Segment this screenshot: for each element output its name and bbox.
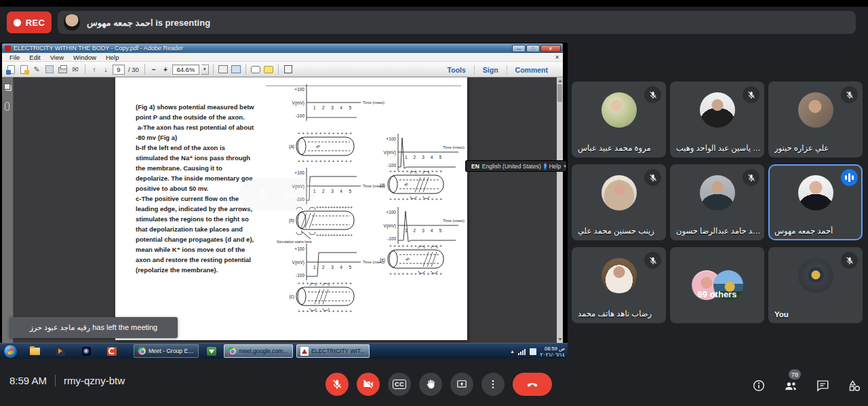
pdf-line: stimulates the regions to the right so bbox=[136, 214, 264, 224]
menu-file[interactable]: File bbox=[5, 54, 24, 61]
chat-button[interactable] bbox=[815, 378, 830, 393]
language-code[interactable]: EN bbox=[471, 163, 479, 170]
others-tile[interactable]: 69 others bbox=[670, 247, 764, 323]
svg-text:+ + + + + + + + + + + + +: + + + + + + + + + + + + + bbox=[389, 169, 442, 174]
pdf-line: -80 mv (Fig a) bbox=[136, 132, 264, 143]
navigation-rail bbox=[2, 77, 14, 343]
meet-app: REC احمد جمعه مهوس is presenting ELECTRI… bbox=[0, 0, 868, 406]
participant-tile[interactable]: علي عزاره حينور bbox=[768, 81, 863, 158]
previous-page-icon[interactable]: ↑ bbox=[90, 66, 99, 73]
mic-muted-icon bbox=[644, 169, 661, 186]
comment-bubble-icon[interactable] bbox=[250, 64, 261, 75]
print-icon[interactable] bbox=[57, 64, 68, 75]
page-number-input[interactable]: 9 bbox=[113, 64, 125, 75]
attachments-icon[interactable] bbox=[5, 102, 9, 111]
tray-clock[interactable]: 08:59 ص ٢٠٢١/٠٦/١٤ bbox=[540, 346, 565, 358]
page-thumbnails-icon[interactable] bbox=[4, 84, 10, 90]
camera-toggle-button[interactable] bbox=[357, 373, 380, 396]
powerpoint-icon[interactable] bbox=[103, 345, 121, 358]
more-options-button[interactable] bbox=[481, 373, 505, 396]
create-pdf-icon[interactable] bbox=[18, 64, 29, 75]
mic-toggle-button[interactable] bbox=[326, 373, 349, 396]
screen-share-region: ELECTRICITY WITHIN THE BODY - Copy.pdf -… bbox=[0, 43, 568, 358]
self-tile[interactable]: You bbox=[768, 247, 863, 323]
participant-tile-speaking[interactable]: أحمد جمعه مهوس bbox=[768, 164, 863, 240]
adobe-pdf-icon bbox=[300, 347, 309, 356]
photo-viewer-icon[interactable] bbox=[77, 345, 95, 358]
sign-button[interactable]: Sign bbox=[475, 66, 507, 74]
next-page-icon[interactable]: ↓ bbox=[101, 66, 111, 73]
scrollbar-thumb[interactable] bbox=[557, 84, 562, 102]
action-center-icon[interactable] bbox=[530, 348, 536, 355]
participants-button[interactable]: 78 bbox=[783, 378, 798, 393]
captions-button[interactable]: CC bbox=[388, 373, 411, 396]
minimize-button[interactable]: — bbox=[512, 45, 526, 52]
langbar-options-icon[interactable]: ▾ bbox=[564, 164, 566, 169]
svg-text:Time (msec): Time (msec) bbox=[443, 219, 465, 223]
pdf-line: b-If the left end of the axon is bbox=[136, 143, 264, 153]
participant-tile[interactable]: زينب حسنين محمد علي bbox=[572, 164, 666, 240]
close-document-icon[interactable]: ✕ bbox=[555, 54, 559, 60]
task-chrome-meet-google[interactable]: meet.google.com... bbox=[224, 344, 293, 358]
scroll-up-icon[interactable] bbox=[558, 79, 562, 82]
mic-muted-icon bbox=[644, 252, 661, 269]
meeting-info: 8:59 AM rmy-qzny-btw bbox=[9, 375, 125, 386]
page-view-icon[interactable] bbox=[231, 64, 241, 75]
help-label[interactable]: Help bbox=[549, 163, 561, 170]
participant-name: أحمد حامد عبدالرضا حسون bbox=[676, 226, 761, 236]
tray-expand-icon[interactable]: ▴ bbox=[511, 348, 514, 354]
avatar bbox=[601, 92, 637, 128]
language-label[interactable]: English (United States) bbox=[482, 163, 541, 170]
meeting-details-button[interactable] bbox=[751, 378, 766, 393]
maximize-button[interactable]: □ bbox=[526, 45, 540, 52]
svg-text:Time (msec): Time (msec) bbox=[443, 145, 465, 149]
close-button[interactable]: ✕ bbox=[540, 45, 561, 52]
participant-tile[interactable]: تبارك ياسين عبد الواحد وهيب bbox=[670, 81, 764, 158]
chrome-icon bbox=[138, 347, 146, 355]
svg-text:-100: -100 bbox=[296, 273, 304, 278]
zoom-dropdown-icon[interactable]: ▾ bbox=[201, 64, 209, 75]
email-icon[interactable]: ✉ bbox=[70, 64, 81, 75]
present-button[interactable] bbox=[450, 373, 473, 396]
pdf-line: a-The axon has rest potential of about bbox=[136, 122, 264, 132]
scroll-down-icon[interactable] bbox=[558, 338, 562, 341]
svg-text:(c): (c) bbox=[289, 294, 294, 299]
save-icon[interactable] bbox=[44, 64, 55, 75]
avatar bbox=[798, 92, 833, 128]
tools-button[interactable]: Tools bbox=[439, 66, 474, 74]
task-chrome-meet[interactable]: Meet - Group E - ... bbox=[134, 344, 199, 358]
idm-icon[interactable] bbox=[203, 345, 220, 358]
menu-edit[interactable]: Edit bbox=[24, 54, 45, 61]
record-dot-icon bbox=[14, 19, 21, 26]
activities-button[interactable] bbox=[847, 378, 862, 393]
language-bar[interactable]: EN English (United States) ? Help ▾ bbox=[465, 160, 567, 172]
network-signal-icon[interactable] bbox=[518, 348, 526, 355]
pdf-line: (Fig 4) shows potential measured betw bbox=[136, 102, 264, 112]
menu-view[interactable]: View bbox=[45, 54, 68, 61]
zoom-in-icon[interactable]: + bbox=[161, 66, 170, 73]
raise-hand-button[interactable] bbox=[419, 373, 442, 396]
participant-tile[interactable]: مروة محمد عبيد عباس bbox=[572, 81, 666, 158]
zoom-level-input[interactable]: 64.6% bbox=[172, 64, 199, 75]
menu-window[interactable]: Window bbox=[68, 54, 101, 61]
start-button[interactable] bbox=[3, 344, 18, 358]
fit-width-icon[interactable] bbox=[218, 64, 229, 75]
participant-tile[interactable]: رضاب ناهد هاتف محمد bbox=[572, 247, 666, 323]
participant-tile[interactable]: أحمد حامد عبدالرضا حسون bbox=[670, 164, 764, 240]
call-controls: CC bbox=[326, 373, 552, 396]
edit-pen-icon[interactable]: ✎ bbox=[31, 64, 42, 75]
highlight-icon[interactable] bbox=[263, 64, 274, 75]
menu-help[interactable]: Help bbox=[101, 54, 124, 61]
fullscreen-icon[interactable] bbox=[283, 64, 294, 75]
window-titlebar[interactable]: ELECTRICITY WITHIN THE BODY - Copy.pdf -… bbox=[2, 43, 563, 53]
comment-button[interactable]: Comment bbox=[507, 66, 556, 74]
media-player-icon[interactable] bbox=[52, 345, 69, 358]
zoom-out-icon[interactable]: − bbox=[149, 66, 159, 73]
adobe-reader-app-icon bbox=[5, 45, 11, 52]
open-file-icon[interactable] bbox=[5, 64, 16, 75]
explorer-icon[interactable] bbox=[26, 345, 43, 358]
vertical-scrollbar[interactable] bbox=[557, 77, 563, 343]
leave-call-button[interactable] bbox=[513, 373, 552, 396]
help-icon[interactable]: ? bbox=[544, 163, 547, 170]
task-adobe-reader[interactable]: ELECTRICITY WIT... bbox=[296, 344, 370, 358]
